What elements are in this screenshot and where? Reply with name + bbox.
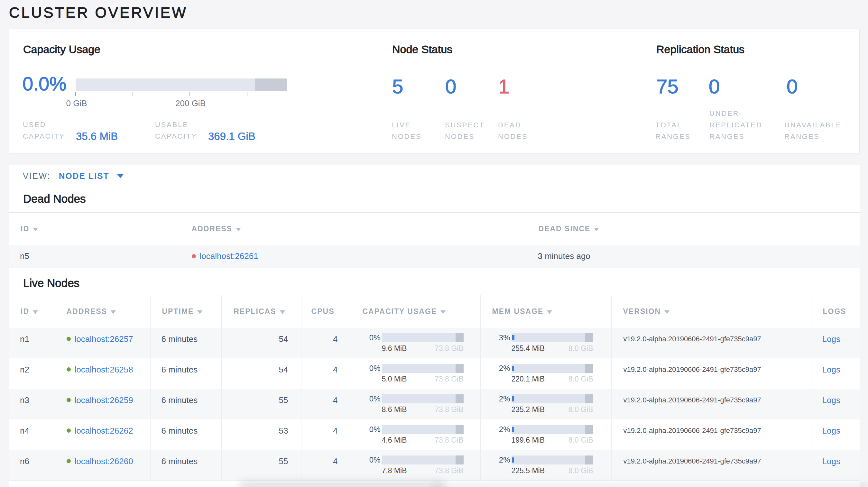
live-col-memory[interactable]: MEM USAGE <box>480 295 611 328</box>
live-col-capacity[interactable]: CAPACITY USAGE <box>351 295 480 328</box>
live-nodes-label: LIVE NODES <box>392 119 422 142</box>
live-col-version[interactable]: VERSION <box>611 295 811 328</box>
live-status-icon <box>67 428 71 433</box>
node-address-cell: localhost:26259 <box>55 389 150 419</box>
capacity-usage-heading: Capacity Usage <box>23 44 100 55</box>
node-cpus: 4 <box>301 389 351 419</box>
memory-total-value: 8.0 GiB <box>568 466 593 475</box>
memory-used-value: 255.4 MiB <box>512 344 545 353</box>
node-logs-link[interactable]: Logs <box>822 334 840 344</box>
capacity-used-value: 7.8 MiB <box>382 466 407 475</box>
node-logs-cell: Logs <box>811 389 860 419</box>
dead-col-address[interactable]: ADDRESS <box>180 213 527 245</box>
memory-total-value: 8.0 GiB <box>568 375 593 383</box>
node-logs-link[interactable]: Logs <box>822 395 840 405</box>
capacity-pct: 0% <box>363 394 381 403</box>
replication-status-heading: Replication Status <box>656 44 744 55</box>
dead-nodes-heading: Dead Nodes <box>23 193 86 204</box>
node-cpus: 4 <box>301 328 351 358</box>
node-address-link[interactable]: localhost:26259 <box>75 395 133 405</box>
axis-tick-label: 200 GiB <box>175 98 206 108</box>
capacity-total-value: 73.8 GiB <box>435 344 464 353</box>
node-version: v19.2.0-alpha.20190606-2491-gfe735c9a97 <box>611 450 811 481</box>
capacity-bar <box>382 364 464 373</box>
node-address-cell: localhost:26262 <box>55 419 150 450</box>
memory-bar-reserved <box>585 425 593 434</box>
memory-bar-used <box>512 457 514 462</box>
memory-used-value: 220.1 MiB <box>512 375 545 383</box>
node-memory-cell: 2% 235.2 MiB8.0 GiB <box>480 389 611 419</box>
dead-node-dead-since: 3 minutes ago <box>527 245 860 268</box>
node-id: n1 <box>9 328 55 358</box>
capacity-used-value: 8.6 MiB <box>382 405 407 414</box>
axis-tick <box>247 92 247 96</box>
live-col-id-label: ID <box>21 307 29 316</box>
node-version: v19.2.0-alpha.20190606-2491-gfe735c9a97 <box>611 358 811 389</box>
axis-tick <box>75 92 76 96</box>
capacity-pct: 0% <box>363 425 381 434</box>
node-memory-cell: 2% 220.1 MiB8.0 GiB <box>480 358 611 389</box>
node-replicas: 54 <box>221 358 301 389</box>
node-cpus: 4 <box>301 358 351 389</box>
live-node-row: n6 localhost:26260 6 minutes 55 4 0% 7.8… <box>9 450 860 481</box>
sort-desc-icon <box>33 311 38 314</box>
node-logs-cell: Logs <box>811 328 860 358</box>
capacity-total-value: 73.8 GiB <box>435 436 464 445</box>
node-logs-link[interactable]: Logs <box>822 365 840 375</box>
live-col-address-label: ADDRESS <box>67 307 107 316</box>
dead-col-id[interactable]: ID <box>9 213 180 245</box>
capacity-pct: 0% <box>363 455 381 464</box>
memory-used-value: 199.6 MiB <box>512 436 545 445</box>
page-title: CLUSTER OVERVIEW <box>9 5 188 20</box>
capacity-usage-bar <box>75 78 287 91</box>
node-address-link[interactable]: localhost:26260 <box>75 456 133 466</box>
capacity-used-value: 4.6 MiB <box>382 436 407 445</box>
node-address-link[interactable]: localhost:26257 <box>75 334 133 344</box>
memory-bar <box>512 394 593 403</box>
dead-nodes-count: 1 <box>498 76 509 97</box>
chevron-down-icon[interactable] <box>117 174 124 178</box>
sort-desc-icon <box>236 228 241 231</box>
memory-total-value: 8.0 GiB <box>568 405 593 414</box>
view-selected-option[interactable]: NODE LIST <box>59 171 110 181</box>
view-label: VIEW: <box>23 171 51 181</box>
memory-bar-used <box>512 427 514 432</box>
node-address-link[interactable]: localhost:26258 <box>75 365 133 375</box>
capacity-bar <box>382 425 464 434</box>
dead-node-address-link[interactable]: localhost:26261 <box>200 251 258 261</box>
bottom-scroll-shadow <box>239 482 445 487</box>
node-logs-link[interactable]: Logs <box>822 426 840 435</box>
memory-used-value: 225.5 MiB <box>512 466 545 475</box>
node-address-cell: localhost:26257 <box>55 328 150 358</box>
live-node-row: n4 localhost:26262 6 minutes 53 4 0% 4.6… <box>9 419 860 450</box>
node-uptime: 6 minutes <box>150 450 221 481</box>
live-col-replicas-label: REPLICAS <box>234 307 276 316</box>
live-nodes-count: 5 <box>392 76 403 97</box>
live-col-replicas[interactable]: REPLICAS <box>221 295 301 328</box>
node-address-cell: localhost:26260 <box>55 450 150 481</box>
dead-nodes-header-row: ID ADDRESS DEAD SINCE <box>9 213 860 245</box>
node-capacity-cell: 0% 9.6 MiB73.8 GiB <box>351 328 480 358</box>
node-cpus: 4 <box>301 419 351 450</box>
capacity-bar-reserved <box>456 425 464 434</box>
live-col-uptime-label: UPTIME <box>162 307 194 316</box>
node-version: v19.2.0-alpha.20190606-2491-gfe735c9a97 <box>611 419 811 450</box>
node-address-link[interactable]: localhost:26262 <box>75 426 133 435</box>
used-capacity-label: USED CAPACITY <box>23 119 65 142</box>
dead-nodes-table: ID ADDRESS DEAD SINCE n5 localhost:26261… <box>9 212 860 268</box>
memory-bar-reserved <box>585 364 593 373</box>
node-version: v19.2.0-alpha.20190606-2491-gfe735c9a97 <box>611 328 811 358</box>
live-col-id[interactable]: ID <box>9 295 55 328</box>
axis-tick-label: 0 GiB <box>66 98 87 108</box>
node-logs-link[interactable]: Logs <box>822 456 840 466</box>
sort-desc-icon <box>197 311 203 314</box>
live-col-cpus[interactable]: CPUS <box>301 295 351 328</box>
cluster-summary-card: Capacity Usage 0.0% 0 GiB 200 GiB USED C… <box>9 29 860 153</box>
live-nodes-heading: Live Nodes <box>23 277 80 289</box>
capacity-pct: 0% <box>363 333 381 342</box>
dead-col-dead-since[interactable]: DEAD SINCE <box>527 213 860 245</box>
live-col-uptime[interactable]: UPTIME <box>150 295 221 328</box>
live-col-address[interactable]: ADDRESS <box>55 295 150 328</box>
suspect-nodes-count: 0 <box>445 76 456 97</box>
node-capacity-cell: 0% 7.8 MiB73.8 GiB <box>351 450 480 481</box>
